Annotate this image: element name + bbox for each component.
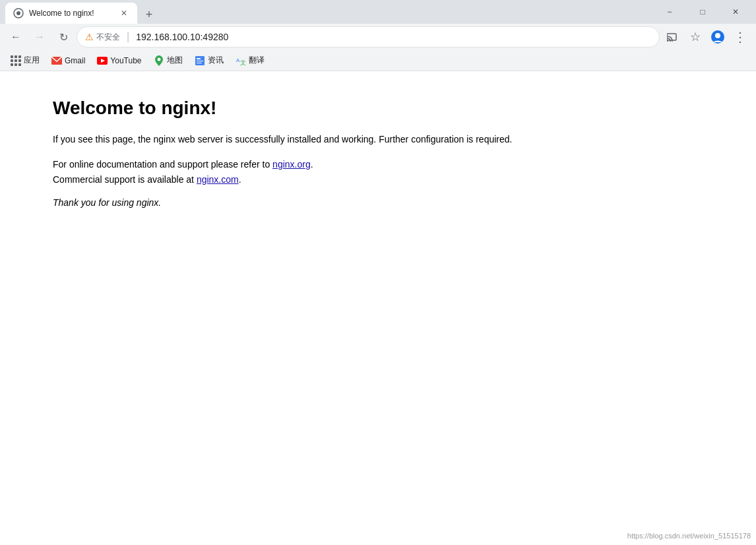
svg-rect-13: [197, 63, 202, 63]
bookmark-translate[interactable]: A 文 翻译: [230, 52, 270, 69]
tab-strip: Welcome to nginx! ✕ +: [5, 0, 654, 24]
tab-favicon: [13, 8, 24, 18]
menu-icon: ⋮: [734, 29, 747, 45]
maps-icon: [154, 55, 164, 66]
security-indicator[interactable]: ⚠ 不安全: [85, 32, 120, 43]
nginx-org-link[interactable]: nginx.org: [272, 159, 311, 170]
warning-icon: ⚠: [85, 32, 94, 42]
page-content: Welcome to nginx! If you see this page, …: [0, 71, 756, 545]
active-tab[interactable]: Welcome to nginx! ✕: [5, 3, 137, 24]
forward-button: →: [29, 26, 50, 48]
bookmark-youtube[interactable]: YouTube: [92, 53, 146, 69]
window-close-button[interactable]: ✕: [720, 1, 751, 22]
svg-point-5: [715, 33, 720, 38]
apps-icon: [11, 55, 21, 66]
bookmark-news-label: 资讯: [208, 55, 224, 66]
bookmarks-bar: 应用 Gmail YouTube 地图: [0, 50, 756, 71]
watermark: https://blog.csdn.net/weixin_51515178: [627, 532, 751, 540]
svg-point-1: [16, 11, 20, 15]
youtube-icon: [97, 55, 108, 66]
svg-point-9: [157, 57, 160, 61]
page-para3: Thank you for using nginx.: [53, 197, 512, 208]
svg-rect-11: [197, 58, 201, 59]
menu-button[interactable]: ⋮: [730, 26, 751, 48]
nginx-page: Welcome to nginx! If you see this page, …: [53, 98, 512, 208]
bookmark-apps[interactable]: 应用: [5, 52, 45, 69]
bookmark-gmail-label: Gmail: [65, 56, 85, 65]
news-icon: [195, 55, 205, 66]
tab-close-button[interactable]: ✕: [119, 8, 129, 18]
page-heading: Welcome to nginx!: [53, 98, 512, 119]
svg-rect-12: [197, 61, 203, 61]
security-text: 不安全: [96, 32, 120, 43]
translate-icon: A 文: [236, 55, 246, 66]
bookmark-youtube-label: YouTube: [110, 56, 141, 65]
back-button[interactable]: ←: [5, 26, 26, 48]
maximize-button[interactable]: □: [687, 1, 718, 22]
reload-button[interactable]: ↻: [53, 26, 74, 48]
url-divider: |: [127, 31, 129, 43]
nav-actions: ☆ ⋮: [662, 26, 751, 48]
bookmark-apps-label: 应用: [24, 55, 40, 66]
window-controls: − □ ✕: [654, 1, 751, 22]
cast-button[interactable]: [662, 26, 683, 48]
page-para1: If you see this page, the nginx web serv…: [53, 132, 512, 146]
new-tab-button[interactable]: +: [140, 5, 158, 24]
bookmark-maps[interactable]: 地图: [148, 52, 188, 69]
minimize-button[interactable]: −: [654, 1, 685, 22]
url-display: 192.168.100.10:49280: [136, 32, 651, 42]
page-para2: For online documentation and support ple…: [53, 157, 512, 187]
bookmark-translate-label: 翻译: [249, 55, 265, 66]
bookmark-maps-label: 地图: [167, 55, 183, 66]
bookmark-gmail[interactable]: Gmail: [46, 53, 90, 69]
bookmark-news[interactable]: 资讯: [189, 52, 229, 69]
gmail-icon: [51, 55, 62, 66]
svg-text:文: 文: [240, 59, 246, 66]
nginx-com-link[interactable]: nginx.com: [197, 174, 239, 185]
nav-bar: ← → ↻ ⚠ 不安全 | 192.168.100.10:49280 ☆: [0, 24, 756, 50]
star-icon: ☆: [690, 30, 701, 44]
profile-button[interactable]: [707, 26, 728, 48]
bookmark-button[interactable]: ☆: [685, 26, 706, 48]
title-bar: Welcome to nginx! ✕ + − □ ✕: [0, 0, 756, 24]
tab-title: Welcome to nginx!: [29, 9, 113, 18]
address-bar[interactable]: ⚠ 不安全 | 192.168.100.10:49280: [77, 26, 660, 48]
